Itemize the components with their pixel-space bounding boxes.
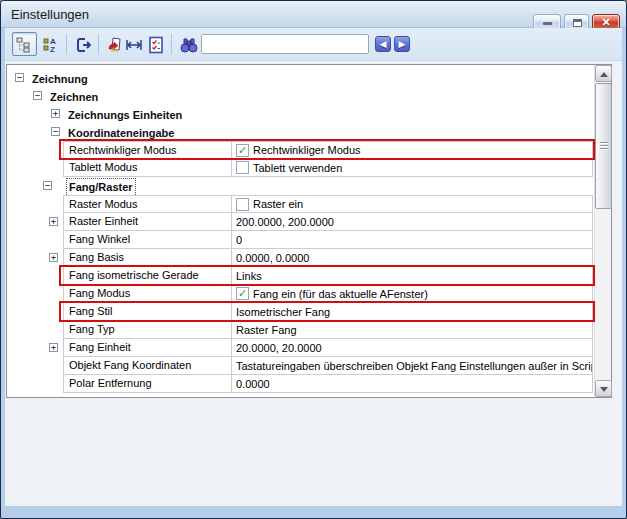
property-value-cell[interactable]: ✓Rechtwinkliger Modus <box>232 142 592 158</box>
collapse-toggle-icon[interactable]: − <box>43 181 52 190</box>
tree-category-row[interactable]: −Fang/Raster <box>7 177 593 195</box>
tree-property-row[interactable]: Fang TypRaster Fang <box>7 321 593 339</box>
property-cells: Fang StilIsometrischer Fang <box>63 303 593 321</box>
property-cells: Objekt Fang KoordinatenTastatureingaben … <box>63 357 593 375</box>
property-cells: Fang TypRaster Fang <box>63 321 593 339</box>
expand-toggle-icon[interactable]: + <box>49 217 58 226</box>
search-input[interactable] <box>201 34 369 54</box>
tree-property-row[interactable]: +Fang Einheit20.0000, 20.0000 <box>7 339 593 357</box>
unchecked-checkbox[interactable] <box>236 161 249 174</box>
export-icon <box>75 36 93 54</box>
property-value-cell[interactable]: 20.0000, 20.0000 <box>232 339 592 356</box>
property-value-cell[interactable]: Raster ein <box>232 196 592 212</box>
property-cells: Rechtwinkliger Modus✓Rechtwinkliger Modu… <box>63 141 593 159</box>
tree-property-row[interactable]: Fang isometrische GeradeLinks <box>7 267 593 285</box>
toolbar-separator <box>171 34 172 54</box>
property-value: Fang ein (für das aktuelle AFenster) <box>253 286 428 302</box>
property-value: Tastatureingaben überschreiben Objekt Fa… <box>236 358 592 374</box>
tree-category-row[interactable]: −Zeichnung <box>7 69 593 87</box>
tree-property-row[interactable]: Rechtwinkliger Modus✓Rechtwinkliger Modu… <box>7 141 593 159</box>
scroll-up-button[interactable] <box>595 65 612 82</box>
property-value-cell[interactable]: Isometrischer Fang <box>232 303 592 320</box>
vertical-scrollbar[interactable] <box>594 65 611 397</box>
property-cells: Fang Einheit20.0000, 20.0000 <box>63 339 593 357</box>
property-name: Fang Stil <box>64 303 232 320</box>
export-button[interactable] <box>71 32 96 56</box>
property-value-cell[interactable]: Tastatureingaben überschreiben Objekt Fa… <box>232 357 592 374</box>
property-name: Fang Typ <box>64 321 232 338</box>
thumb-grip <box>600 148 608 149</box>
scrollbar-thumb[interactable] <box>595 83 612 209</box>
property-name: Fang Modus <box>64 285 232 302</box>
collapse-toggle-icon[interactable]: − <box>15 73 24 82</box>
tree-property-row[interactable]: +Raster Einheit200.0000, 200.0000 <box>7 213 593 231</box>
find-button[interactable] <box>176 32 201 56</box>
property-cells: Fang Basis0.0000, 0.0000 <box>63 249 593 267</box>
unchecked-checkbox[interactable] <box>236 198 249 211</box>
property-name: Objekt Fang Koordinaten <box>64 357 232 374</box>
window-title: Einstellungen <box>11 7 89 22</box>
category-label: Zeichnung <box>32 71 88 88</box>
property-value-cell[interactable]: Tablett verwenden <box>232 159 592 176</box>
tree-property-row[interactable]: Polar Entfernung0.0000 <box>7 375 593 393</box>
property-value: Isometrischer Fang <box>236 304 330 320</box>
titlebar[interactable]: Einstellungen ✕ <box>1 1 626 28</box>
find-previous-button[interactable]: ◀ <box>375 36 391 52</box>
property-name: Rechtwinkliger Modus <box>64 142 232 158</box>
changed-settings-button[interactable] <box>143 32 168 56</box>
property-name: Polar Entfernung <box>64 375 232 392</box>
property-value: 0 <box>236 232 242 248</box>
collapse-toggle-icon[interactable]: − <box>51 127 60 136</box>
property-cells: Raster ModusRaster ein <box>63 195 593 213</box>
expand-toggle-icon[interactable]: + <box>49 343 58 352</box>
category-label: Fang/Raster <box>67 179 135 196</box>
tree-view-icon <box>16 36 34 54</box>
find-next-button[interactable]: ▶ <box>394 36 410 52</box>
category-label: Zeichnungs Einheiten <box>68 107 182 124</box>
tree-category-row[interactable]: −Zeichnen <box>7 87 593 105</box>
settings-window: Einstellungen ✕ <box>0 0 627 519</box>
property-name: Fang Einheit <box>64 339 232 356</box>
tree-property-row[interactable]: Raster ModusRaster ein <box>7 195 593 213</box>
property-cells: Tablett ModusTablett verwenden <box>63 159 593 177</box>
property-value-cell[interactable]: ✓Fang ein (für das aktuelle AFenster) <box>232 285 592 302</box>
property-value-cell[interactable]: Raster Fang <box>232 321 592 338</box>
property-value-cell[interactable]: 200.0000, 200.0000 <box>232 213 592 230</box>
tree-property-row[interactable]: Tablett ModusTablett verwenden <box>7 159 593 177</box>
tree-property-row[interactable]: Objekt Fang KoordinatenTastatureingaben … <box>7 357 593 375</box>
property-value: Rechtwinkliger Modus <box>253 142 361 158</box>
tree-property-row[interactable]: Fang Modus✓Fang ein (für das aktuelle AF… <box>7 285 593 303</box>
category-label: Zeichnen <box>50 89 98 106</box>
maximize-icon <box>573 19 582 27</box>
tree-property-row[interactable]: +Fang Basis0.0000, 0.0000 <box>7 249 593 267</box>
property-value-cell[interactable]: 0 <box>232 231 592 248</box>
checked-checkbox[interactable]: ✓ <box>236 144 249 157</box>
property-value: Raster Fang <box>236 322 297 338</box>
property-value: Tablett verwenden <box>253 160 342 176</box>
property-cells: Fang isometrische GeradeLinks <box>63 267 593 285</box>
toolbar-separator <box>66 34 67 54</box>
property-value: 20.0000, 20.0000 <box>236 340 322 356</box>
alphabetic-view-button[interactable]: A Z <box>38 32 63 56</box>
settings-tree: −Zeichnung−Zeichnen+Zeichnungs Einheiten… <box>7 69 593 393</box>
property-name: Raster Modus <box>64 196 232 212</box>
property-value: 200.0000, 200.0000 <box>236 214 334 230</box>
property-cells: Polar Entfernung0.0000 <box>63 375 593 393</box>
checked-checkbox[interactable]: ✓ <box>236 287 249 300</box>
tree-property-row[interactable]: Fang Winkel0 <box>7 231 593 249</box>
property-value-cell[interactable]: Links <box>232 267 592 284</box>
expand-toggle-icon[interactable]: + <box>51 109 60 118</box>
tree-property-row[interactable]: Fang StilIsometrischer Fang <box>7 303 593 321</box>
expand-toggle-icon[interactable]: + <box>49 253 58 262</box>
property-value-cell[interactable]: 0.0000, 0.0000 <box>232 249 592 266</box>
tree-category-row[interactable]: −Koordinateneingabe <box>7 123 593 141</box>
collapse-toggle-icon[interactable]: − <box>33 91 42 100</box>
tree-category-row[interactable]: +Zeichnungs Einheiten <box>7 105 593 123</box>
scroll-down-button[interactable] <box>595 380 612 397</box>
horizontal-resize-icon <box>125 36 143 54</box>
categorized-view-button[interactable] <box>12 32 37 56</box>
checklist-icon <box>147 36 165 54</box>
property-value-cell[interactable]: 0.0000 <box>232 375 592 392</box>
toolbar-separator <box>98 34 99 54</box>
binoculars-icon <box>180 36 198 54</box>
